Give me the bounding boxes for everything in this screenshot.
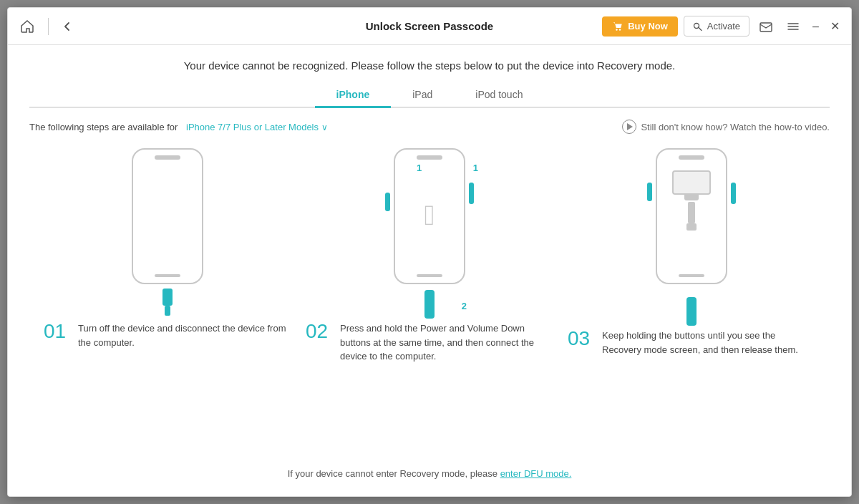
step-2-illustration:  1 1 2 xyxy=(379,141,480,299)
dfu-mode-link[interactable]: enter DFU mode. xyxy=(500,468,572,479)
title-text: Unlock Screen Passcode xyxy=(366,20,493,32)
minimize-label: – xyxy=(812,20,819,33)
monitor-icon xyxy=(672,170,711,195)
footer-text: If your device cannot enter Recovery mod… xyxy=(288,468,500,479)
label-1-right: 1 xyxy=(473,163,478,173)
label-2: 2 xyxy=(462,301,467,311)
phone-home-bar-2 xyxy=(417,274,442,277)
video-link[interactable]: Still don't know how? Watch the how-to v… xyxy=(622,120,830,134)
step-1-illustration xyxy=(125,141,210,299)
phone-body-3 xyxy=(656,148,727,284)
phone-body-1 xyxy=(132,148,203,284)
tab-iphone[interactable]: iPhone xyxy=(315,83,392,108)
cable-3 xyxy=(686,297,697,326)
svg-rect-3 xyxy=(760,23,772,32)
steps-area: 01 Turn off the device and disconnect th… xyxy=(29,141,830,457)
model-selector: The following steps are available for iP… xyxy=(29,122,328,132)
step-2-text: Press and hold the Power and Volume Down… xyxy=(340,321,553,364)
main-content: Your device cannot be recognized. Please… xyxy=(8,45,851,496)
usb-connector xyxy=(686,223,697,231)
key-icon xyxy=(693,21,703,32)
footer-area: If your device cannot enter Recovery mod… xyxy=(29,457,830,482)
buy-now-button[interactable]: Buy Now xyxy=(602,16,678,37)
monitor-stand xyxy=(684,195,699,200)
app-window: Unlock Screen Passcode Buy Now Activate xyxy=(7,7,852,497)
minimize-button[interactable]: – xyxy=(810,17,822,36)
model-link[interactable]: iPhone 7/7 Plus or Later Models ∨ xyxy=(186,122,328,132)
step-2-instruction: 02 Press and hold the Power and Volume D… xyxy=(299,321,560,364)
step-3-instruction: 03 Keep holding the buttons until you se… xyxy=(560,329,822,357)
close-label: ✕ xyxy=(830,19,840,33)
svg-point-1 xyxy=(619,29,621,30)
phone-body-2:  xyxy=(394,148,465,284)
phone-notch-2 xyxy=(417,155,442,160)
tab-ipad-label: iPad xyxy=(412,89,432,100)
title-bar-left xyxy=(16,16,76,37)
phone-notch-3 xyxy=(679,155,704,160)
divider xyxy=(48,18,49,35)
mail-icon xyxy=(759,19,773,34)
step-3-col: 03 Keep holding the buttons until you se… xyxy=(560,141,822,357)
phone-notch-1 xyxy=(155,155,180,160)
title-bar-right: Buy Now Activate – xyxy=(602,16,843,37)
menu-button[interactable] xyxy=(782,16,804,37)
close-button[interactable]: ✕ xyxy=(828,16,843,36)
label-1-top: 1 xyxy=(417,163,422,173)
step-3-number: 03 xyxy=(568,329,596,349)
power-btn-2 xyxy=(469,183,474,204)
step-2-col:  1 1 2 02 Press and hold the Pow xyxy=(299,141,560,364)
home-icon xyxy=(19,19,35,34)
tab-ipod[interactable]: iPod touch xyxy=(454,83,544,108)
mail-button[interactable] xyxy=(755,16,777,37)
tab-iphone-label: iPhone xyxy=(336,89,370,100)
back-button[interactable] xyxy=(59,18,76,35)
power-btn-3 xyxy=(731,183,736,204)
back-icon xyxy=(61,20,74,33)
notice-text: Your device cannot be recognized. Please… xyxy=(29,59,830,72)
video-link-label: Still don't know how? Watch the how-to v… xyxy=(641,122,830,132)
lightning-1 xyxy=(162,289,173,306)
activate-button[interactable]: Activate xyxy=(684,16,749,37)
tab-ipad[interactable]: iPad xyxy=(391,83,454,108)
phone-home-bar-1 xyxy=(155,274,180,277)
title-bar: Unlock Screen Passcode Buy Now Activate xyxy=(8,8,851,45)
window-title: Unlock Screen Passcode xyxy=(366,20,493,32)
computer-illustration xyxy=(672,170,711,231)
activate-label: Activate xyxy=(707,21,740,32)
phone-home-bar-3 xyxy=(679,274,704,277)
vol-btn-3 xyxy=(647,183,652,201)
step-3-illustration xyxy=(641,141,742,306)
step-1-number: 01 xyxy=(44,321,72,341)
chevron-icon: ∨ xyxy=(321,122,328,132)
step-1-text: Turn off the device and disconnect the d… xyxy=(78,321,291,349)
model-name: iPhone 7/7 Plus or Later Models xyxy=(186,122,319,132)
step-2-number: 02 xyxy=(306,321,334,341)
play-circle-icon xyxy=(622,120,636,134)
buy-now-label: Buy Now xyxy=(628,21,668,32)
steps-prefix: The following steps are available for xyxy=(29,122,178,132)
steps-header: The following steps are available for iP… xyxy=(29,120,830,134)
home-button[interactable] xyxy=(16,16,38,37)
dfu-link-label: enter DFU mode. xyxy=(500,468,572,479)
menu-icon xyxy=(787,20,800,33)
volume-btn-2 xyxy=(385,193,390,211)
step-3-text: Keep holding the buttons until you see t… xyxy=(602,329,815,357)
step-1-col: 01 Turn off the device and disconnect th… xyxy=(37,141,299,349)
usb-cable xyxy=(688,202,695,223)
svg-point-0 xyxy=(616,29,618,30)
cart-icon xyxy=(612,21,623,32)
step-1-instruction: 01 Turn off the device and disconnect th… xyxy=(37,321,299,349)
tab-bar: iPhone iPad iPod touch xyxy=(29,83,830,108)
tab-ipod-label: iPod touch xyxy=(475,89,523,100)
apple-logo-icon:  xyxy=(424,200,435,229)
play-triangle-icon xyxy=(627,123,633,130)
cable-2 xyxy=(424,290,435,319)
